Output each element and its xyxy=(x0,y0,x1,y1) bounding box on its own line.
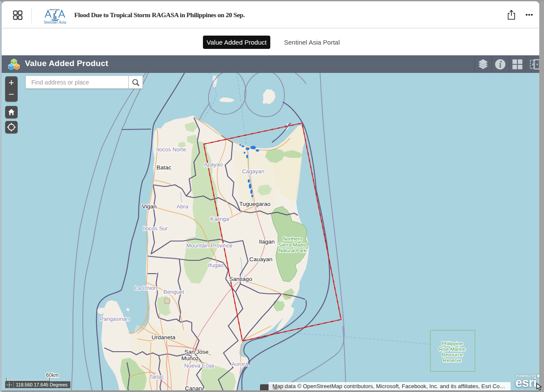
svg-text:Santiago: Santiago xyxy=(229,276,252,282)
svg-text:La Union: La Union xyxy=(135,285,157,291)
svg-text:Resource: Resource xyxy=(441,352,462,357)
svg-text:Mountain Province: Mountain Province xyxy=(186,242,233,249)
svg-text:Vigan: Vigan xyxy=(142,203,157,210)
svg-text:Pangasinan: Pangasinan xyxy=(100,316,130,322)
svg-text:60km: 60km xyxy=(46,372,58,378)
svg-text:Sierra Madre: Sierra Madre xyxy=(278,242,307,247)
svg-text:Philippine: Philippine xyxy=(441,341,463,346)
svg-text:Rise Marine: Rise Marine xyxy=(439,347,465,352)
svg-text:Apayao: Apayao xyxy=(204,161,223,168)
svg-text:Ifugao: Ifugao xyxy=(208,262,224,268)
svg-text:Natural Park: Natural Park xyxy=(279,248,306,253)
svg-text:Kalinga: Kalinga xyxy=(210,216,229,222)
svg-text:Reserve: Reserve xyxy=(443,358,462,363)
svg-text:Cauayan: Cauayan xyxy=(249,256,272,262)
svg-text:Northern: Northern xyxy=(283,236,302,241)
svg-text:Tarlac: Tarlac xyxy=(149,374,164,380)
svg-text:Benguet: Benguet xyxy=(163,289,184,295)
svg-text:Nueva Ecija: Nueva Ecija xyxy=(184,362,214,369)
svg-text:Aurora: Aurora xyxy=(231,361,248,367)
svg-text:Cagayan: Cagayan xyxy=(242,168,264,175)
svg-text:Abra: Abra xyxy=(176,203,188,210)
svg-text:Ilocos Norte: Ilocos Norte xyxy=(156,146,186,153)
svg-text:SENTINEL: SENTINEL xyxy=(49,9,60,11)
svg-text:Ilagan: Ilagan xyxy=(259,238,275,245)
svg-text:Canan: Canan xyxy=(185,385,202,390)
svg-text:Urdaneta: Urdaneta xyxy=(151,334,175,341)
svg-text:Tuguegarao: Tuguegarao xyxy=(239,201,270,207)
svg-text:Muñoz: Muñoz xyxy=(181,355,199,362)
svg-text:Ilocos Sur: Ilocos Sur xyxy=(143,225,168,232)
svg-text:Sentinel Asia: Sentinel Asia xyxy=(44,20,66,24)
svg-text:Batac: Batac xyxy=(157,164,172,171)
svg-text:San Jose: San Jose xyxy=(184,349,209,355)
